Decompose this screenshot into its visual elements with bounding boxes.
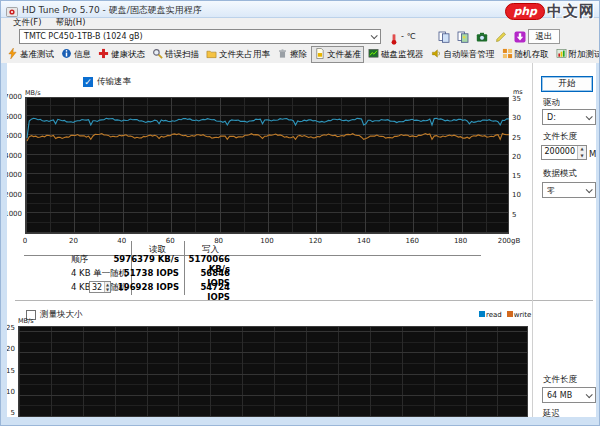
pencil-icon[interactable]: [493, 29, 509, 44]
file-length-spinner[interactable]: 200000 ▲▼: [541, 145, 587, 160]
drive-label: 驱动: [543, 97, 560, 109]
tab-benchmark[interactable]: 基准测试: [4, 46, 57, 63]
window-border-right: [596, 18, 599, 425]
scan-icon: [152, 48, 163, 61]
erase-icon: [277, 48, 288, 61]
series-write: [27, 134, 509, 142]
file-benchmark-panel: 传输速率 MB/s ms 700060005000400030002000100…: [1, 63, 599, 425]
legend-read: read: [479, 311, 502, 319]
queue-depth-spinner[interactable]: 32▲▼: [89, 281, 111, 293]
y-axis-tick-right: 15: [512, 172, 521, 180]
cn-logo-text: 中文网: [547, 2, 595, 21]
random-icon: [502, 48, 513, 61]
data-mode-combo[interactable]: 零: [542, 182, 596, 198]
window-border-left: [1, 18, 7, 425]
block-chart-y-unit: MB/s: [18, 317, 34, 325]
start-button[interactable]: 开始: [541, 76, 593, 92]
thermometer-icon: [388, 30, 400, 43]
aam-icon: [431, 48, 442, 61]
y-axis-tick-right: 35: [512, 95, 521, 103]
tab-label: 随机存取: [515, 49, 549, 61]
legend-write: write: [507, 311, 532, 319]
window-title: HD Tune Pro 5.70 - 硬盘/固态硬盘实用程序: [22, 4, 202, 17]
tab-info[interactable]: 信息: [58, 46, 94, 63]
tab-label: 文件基准: [327, 49, 361, 61]
exit-button[interactable]: 退出: [528, 29, 560, 44]
download-icon[interactable]: [512, 29, 528, 44]
result-write-value: 54724 IOPS: [185, 282, 230, 302]
tab-aam[interactable]: 自动噪音管理: [428, 46, 498, 63]
block-file-length-value: 64 MB: [547, 391, 572, 400]
extra-icon: [556, 48, 567, 61]
camera-icon[interactable]: [474, 29, 490, 44]
data-mode-label: 数据模式: [543, 168, 577, 180]
chevron-down-icon: [586, 113, 593, 120]
block-file-length-combo[interactable]: 64 MB: [542, 387, 596, 403]
folder-icon: [206, 48, 217, 61]
x-axis-tick: 140: [357, 237, 370, 245]
results-header-underline: [24, 255, 481, 256]
data-mode-value: 零: [547, 185, 555, 196]
y-axis-tick-right: 25: [512, 134, 521, 142]
info-icon: [61, 48, 72, 61]
spinner-down-icon[interactable]: ▼: [578, 153, 586, 160]
transfer-rate-chart: [25, 97, 509, 234]
x-axis-tick: 20: [69, 237, 78, 245]
disk-monitor-icon: [368, 48, 379, 61]
drive-select-combo[interactable]: TMTC PC450-1TB-B (1024 gB): [19, 29, 381, 44]
target-drive-combo[interactable]: D:: [542, 109, 596, 125]
file-length-value: 200000: [542, 146, 577, 159]
benchmark-icon: [7, 48, 18, 61]
tab-disk-monitor[interactable]: 磁盘监视器: [365, 46, 427, 63]
drive-select-value: TMTC PC450-1TB-B (1024 gB): [24, 32, 143, 41]
legend-label: read: [486, 311, 502, 319]
tab-file-benchmark[interactable]: 文件基准: [311, 46, 364, 63]
tab-label: 磁盘监视器: [381, 49, 424, 61]
spinner-down-icon[interactable]: ▼: [105, 287, 110, 292]
php-cn-watermark: php 中文网: [505, 1, 595, 21]
spinner-arrows[interactable]: ▲▼: [104, 282, 110, 292]
app-icon: [6, 3, 18, 15]
tab-label: 信息: [74, 49, 91, 61]
health-icon: [98, 48, 109, 61]
block-size-checkbox-row: 测量块大小: [26, 304, 83, 323]
block-size-label: 测量块大小: [40, 309, 83, 319]
tab-random[interactable]: 随机存取: [499, 46, 552, 63]
tab-erase[interactable]: 擦除: [274, 46, 310, 63]
transfer-rate-checkbox[interactable]: [83, 77, 93, 87]
copy-image-icon[interactable]: [455, 29, 471, 44]
x-axis-tick: 120: [309, 237, 322, 245]
tab-folder[interactable]: 文件夹占用率: [203, 46, 273, 63]
tab-label: 错误扫描: [165, 49, 199, 61]
y-axis-tick-right: 10: [512, 191, 521, 199]
chevron-down-icon: [586, 391, 593, 398]
result-read-value: 5976379 KB/s: [101, 254, 179, 264]
result-row-label: 顺序: [71, 254, 88, 266]
tab-label: 擦除: [290, 49, 307, 61]
section-divider: [15, 300, 593, 301]
main-chart-y-unit: MB/s: [25, 89, 41, 97]
right-panel-divider: [532, 63, 533, 419]
legend-swatch-write: [507, 311, 513, 317]
copy-icon[interactable]: [436, 29, 452, 44]
spinner-arrows[interactable]: ▲▼: [577, 146, 586, 159]
result-read-value: 196928 IOPS: [101, 282, 179, 292]
tab-scan[interactable]: 错误扫描: [149, 46, 202, 63]
block-file-length-label: 文件长度: [543, 374, 577, 386]
block-chart-legend: readwrite: [479, 311, 531, 319]
drive-toolbar: TMTC PC450-1TB-B (1024 gB) - ℃ 退出: [1, 28, 599, 46]
tab-label: 文件夹占用率: [219, 49, 270, 61]
tab-extra[interactable]: 附加测试: [553, 46, 600, 63]
legend-swatch-read: [479, 311, 485, 317]
x-axis-tick: 0: [23, 237, 27, 245]
x-axis-tick: 40: [117, 237, 126, 245]
queue-depth-value: 32: [90, 282, 104, 292]
x-axis-tick: 160: [406, 237, 419, 245]
tab-label: 自动噪音管理: [444, 49, 495, 61]
tab-label: 基准测试: [20, 49, 54, 61]
file-length-label: 文件长度: [543, 131, 577, 143]
tab-health[interactable]: 健康状态: [95, 46, 148, 63]
file-benchmark-icon: [314, 48, 325, 61]
tab-label: 健康状态: [111, 49, 145, 61]
y-axis-tick-right: 30: [512, 114, 521, 122]
